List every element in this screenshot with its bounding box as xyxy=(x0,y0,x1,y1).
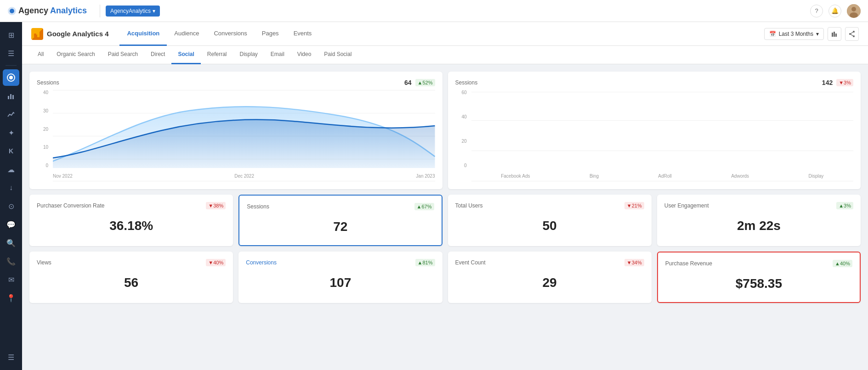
metric-value-event-count: 29 xyxy=(455,272,644,294)
metric-title-views: Views xyxy=(37,259,51,266)
sidebar-item-star[interactable]: ✦ xyxy=(3,124,19,141)
metric-header-user-engagement: User Engagement ▲3% xyxy=(664,202,853,209)
metric-badge-total-users: ▼21% xyxy=(624,202,644,209)
sidebar-item-chat[interactable]: 💬 xyxy=(3,216,19,233)
sidebar-item-analytics[interactable] xyxy=(3,69,19,86)
metric-badge-purchase-revenue: ▲40% xyxy=(833,260,852,267)
filter-tab-email[interactable]: Email xyxy=(264,46,291,64)
svg-rect-7 xyxy=(8,96,9,99)
sidebar-item-bar-chart[interactable] xyxy=(3,88,19,104)
sidebar-item-circle[interactable]: ⊙ xyxy=(3,198,19,214)
bar-chart-value-area: 142 ▼3% xyxy=(822,79,853,86)
metric-title-total-users: Total Users xyxy=(455,202,483,209)
tab-events[interactable]: Events xyxy=(286,22,319,46)
svg-point-1 xyxy=(10,9,14,13)
svg-point-15 xyxy=(853,31,855,33)
sub-header-right: 📅 Last 3 Months ▾ xyxy=(764,27,859,41)
agency-btn-label: AgencyAnalytics xyxy=(110,8,151,14)
line-chart-value-area: 64 ▲52% xyxy=(404,79,435,86)
filter-tab-all[interactable]: All xyxy=(31,46,50,64)
svg-rect-10 xyxy=(34,34,36,37)
metric-title-purchase-revenue: Purchase Revenue xyxy=(665,260,712,267)
metric-badge-conversions: ▲81% xyxy=(415,259,435,266)
svg-rect-9 xyxy=(12,95,14,99)
sidebar-item-location[interactable]: 📍 xyxy=(3,290,19,306)
logo-text-analytics: Analytics xyxy=(50,6,87,16)
filter-tab-video[interactable]: Video xyxy=(291,46,318,64)
sidebar-item-menu[interactable]: ☰ xyxy=(3,45,19,62)
line-chart-badge: ▲52% xyxy=(415,79,435,86)
bar-x-label-bing: Bing xyxy=(590,174,599,179)
user-avatar[interactable] xyxy=(847,4,861,18)
agency-dropdown-button[interactable]: AgencyAnalytics ▾ xyxy=(106,6,160,17)
line-chart-container: 40 30 20 10 0 xyxy=(37,90,435,182)
bar-chart-icon xyxy=(7,92,15,100)
ga-logo-icon xyxy=(31,28,43,40)
main-content: Google Analytics 4 Acquisition Audience … xyxy=(22,22,868,370)
sidebar-item-home[interactable]: ⊞ xyxy=(3,27,19,43)
chart-icon xyxy=(831,31,838,37)
tab-pages[interactable]: Pages xyxy=(255,22,286,46)
line-chart-header: Sessions 64 ▲52% xyxy=(37,79,435,86)
sidebar-divider xyxy=(6,65,17,66)
svg-rect-14 xyxy=(835,34,837,37)
svg-rect-13 xyxy=(834,32,835,37)
tab-acquisition[interactable]: Acquisition xyxy=(119,22,167,46)
filter-tab-paid-social[interactable]: Paid Social xyxy=(318,46,358,64)
bar-x-label-facebook: Facebook Ads xyxy=(501,174,530,179)
metrics-row-2: Views ▼40% 56 Conversions ▲81% 107 Event… xyxy=(29,252,861,303)
sidebar: ⊞ ☰ ✦ K ☁ ↓ ⊙ 💬 🔍 📞 ✉ 📍 ☰ xyxy=(0,22,22,370)
line-chart-card: Sessions 64 ▲52% 40 30 20 10 0 xyxy=(29,72,443,189)
share-button[interactable] xyxy=(845,27,859,41)
help-icon-button[interactable]: ? xyxy=(810,5,823,17)
filter-tab-organic-search[interactable]: Organic Search xyxy=(50,46,101,64)
filter-tab-social[interactable]: Social xyxy=(171,46,200,64)
sidebar-item-download[interactable]: ↓ xyxy=(3,179,19,196)
bar-chart-container: 60 40 20 0 xyxy=(455,90,854,182)
metric-card-total-users: Total Users ▼21% 50 xyxy=(448,195,652,246)
y-label-0: 0 xyxy=(37,163,48,168)
sidebar-item-search[interactable]: 🔍 xyxy=(3,235,19,251)
metric-title-user-engagement: User Engagement xyxy=(664,202,709,209)
metric-badge-user-engagement: ▲3% xyxy=(836,202,853,209)
filter-tab-display[interactable]: Display xyxy=(233,46,264,64)
metric-title-event-count: Event Count xyxy=(455,259,486,266)
svg-rect-12 xyxy=(832,33,833,37)
filter-tabs: All Organic Search Paid Search Direct So… xyxy=(22,46,868,64)
notifications-icon-button[interactable]: 🔔 xyxy=(828,5,841,17)
metric-header-event-count: Event Count ▼34% xyxy=(455,259,644,266)
sidebar-item-cloud[interactable]: ☁ xyxy=(3,161,19,178)
y-label-30: 30 xyxy=(37,108,48,113)
metric-value-total-users: 50 xyxy=(455,215,644,237)
line-chart-number: 64 xyxy=(404,79,412,86)
filter-tab-referral[interactable]: Referral xyxy=(201,46,233,64)
metric-badge-event-count: ▼34% xyxy=(624,259,644,266)
bar-x-label-display: Display xyxy=(808,174,823,179)
svg-line-18 xyxy=(851,32,853,34)
analytics-icon xyxy=(7,73,15,82)
metric-value-user-engagement: 2m 22s xyxy=(664,215,853,237)
ga-icon-svg xyxy=(33,30,41,38)
svg-line-19 xyxy=(851,34,853,36)
sidebar-item-list[interactable]: ☰ xyxy=(3,349,19,365)
filter-tab-paid-search[interactable]: Paid Search xyxy=(102,46,144,64)
chart-toggle-button[interactable] xyxy=(828,27,841,41)
sidebar-item-phone[interactable]: 📞 xyxy=(3,253,19,269)
line-chart-y-labels: 40 30 20 10 0 xyxy=(37,90,51,168)
sidebar-item-k[interactable]: K xyxy=(3,143,19,159)
filter-tab-direct[interactable]: Direct xyxy=(144,46,171,64)
date-range-button[interactable]: 📅 Last 3 Months ▾ xyxy=(764,28,824,40)
bar-x-labels: Facebook Ads Bing AdRoll Adwords Display xyxy=(471,170,854,182)
bar-chart-area xyxy=(471,90,854,168)
sidebar-item-mail[interactable]: ✉ xyxy=(3,271,19,288)
sidebar-item-line-chart[interactable] xyxy=(3,106,19,123)
app-logo[interactable]: AgencyAnalytics xyxy=(7,6,87,16)
dashboard: Sessions 64 ▲52% 40 30 20 10 0 xyxy=(22,64,868,316)
svg-point-4 xyxy=(850,12,858,18)
metric-card-event-count: Event Count ▼34% 29 xyxy=(448,252,652,303)
tab-conversions[interactable]: Conversions xyxy=(206,22,254,46)
y-label-10: 10 xyxy=(37,145,48,150)
svg-point-17 xyxy=(853,35,855,37)
tab-audience[interactable]: Audience xyxy=(167,22,206,46)
line-chart-title: Sessions xyxy=(37,79,59,86)
